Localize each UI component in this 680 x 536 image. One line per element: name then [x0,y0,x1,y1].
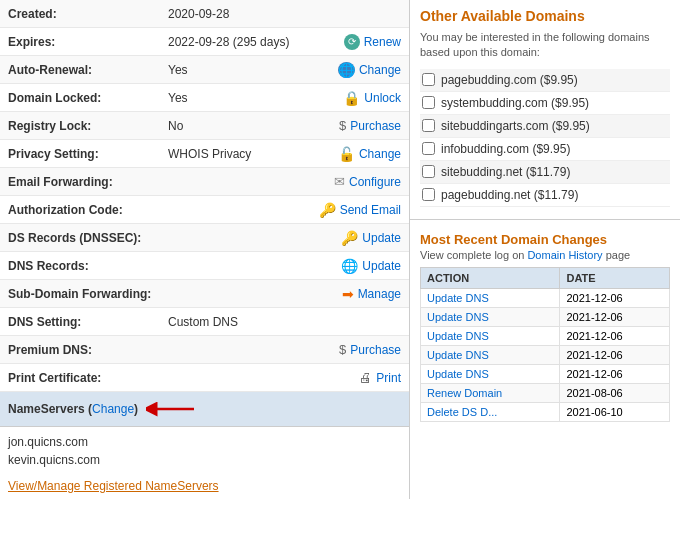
action-premium-purchase[interactable]: $ Purchase [339,342,401,357]
row-premium-dns: Premium DNS: $ Purchase [0,336,409,364]
action-send-email[interactable]: 🔑 Send Email [319,202,401,218]
change-action-link-4[interactable]: Update DNS [427,368,489,380]
send-email-link[interactable]: Send Email [340,203,401,217]
change-action-link-6[interactable]: Delete DS D... [427,406,497,418]
manage-link[interactable]: Manage [358,287,401,301]
label-created: Created: [8,7,168,21]
label-email-forwarding: Email Forwarding: [8,175,168,189]
other-domains-desc: You may be interested in the following d… [420,30,670,61]
arrow-right-icon: ➡ [342,286,354,302]
configure-link[interactable]: Configure [349,175,401,189]
action-print[interactable]: 🖨 Print [359,370,401,385]
nameserver-1: jon.quicns.com [8,433,401,451]
print-link[interactable]: Print [376,371,401,385]
change-action-link-1[interactable]: Update DNS [427,311,489,323]
lock-icon: 🔒 [343,90,360,106]
domain-checkbox-1[interactable] [422,73,435,86]
globe-icon-1: 🌐 [338,62,355,78]
change-date-6: 2021-06-10 [560,402,670,421]
key-orange-icon: 🔑 [319,202,336,218]
label-expires: Expires: [8,35,168,49]
action-unlock[interactable]: 🔒 Unlock [343,90,401,106]
change-action-link-0[interactable]: Update DNS [427,292,489,304]
label-privacy: Privacy Setting: [8,147,168,161]
action-manage[interactable]: ➡ Manage [342,286,401,302]
other-domains-section: Other Available Domains You may be inter… [410,0,680,215]
domain-checkbox-4[interactable] [422,142,435,155]
domain-history-link[interactable]: Domain History [527,249,602,261]
domain-checkbox-5[interactable] [422,165,435,178]
unlock-link[interactable]: Unlock [364,91,401,105]
domain-name-2: systembudding.com ($9.95) [441,96,589,110]
purchase-link-2[interactable]: Purchase [350,343,401,357]
red-arrow-icon [146,398,196,420]
change-action-link-2[interactable]: Update DNS [427,330,489,342]
label-subdomain: Sub-Domain Forwarding: [8,287,168,301]
change-action-6: Delete DS D... [421,402,560,421]
privacy-icon: 🔓 [338,146,355,162]
label-auth-code: Authorization Code: [8,203,168,217]
col-header-date: DATE [560,267,670,288]
update-link-1[interactable]: Update [362,231,401,245]
envelope-icon: ✉ [334,174,345,189]
row-subdomain: Sub-Domain Forwarding: ➡ Manage [0,280,409,308]
label-dns-records: DNS Records: [8,259,168,273]
table-row: Update DNS2021-12-06 [421,307,670,326]
action-privacy[interactable]: 🔓 Change [338,146,401,162]
row-print-cert: Print Certificate: 🖨 Print [0,364,409,392]
action-auto-renewal[interactable]: 🌐 Change [338,62,401,78]
update-link-2[interactable]: Update [362,259,401,273]
domain-list: pagebudding.com ($9.95) systembudding.co… [420,69,670,207]
key-green-icon: 🔑 [341,230,358,246]
label-premium-dns: Premium DNS: [8,343,168,357]
action-ds-update[interactable]: 🔑 Update [341,230,401,246]
row-ds-records: DS Records (DNSSEC): 🔑 Update [0,224,409,252]
globe-icon-2: 🌐 [341,258,358,274]
domain-checkbox-2[interactable] [422,96,435,109]
row-privacy: Privacy Setting: WHOIS Privacy 🔓 Change [0,140,409,168]
change-action-link-5[interactable]: Renew Domain [427,387,502,399]
action-renew[interactable]: ⟳ Renew [344,34,401,50]
change-action-2: Update DNS [421,326,560,345]
list-item: pagebudding.net ($11.79) [420,184,670,207]
col-header-action: ACTION [421,267,560,288]
domain-checkbox-3[interactable] [422,119,435,132]
nameservers-label: NameServers ( [8,402,92,416]
table-row: Renew Domain2021-08-06 [421,383,670,402]
renew-link[interactable]: Renew [364,35,401,49]
recent-changes-title: Most Recent Domain Changes [420,232,670,247]
recent-sub-end: page [603,249,631,261]
change-action-link-3[interactable]: Update DNS [427,349,489,361]
nameserver-2: kevin.quicns.com [8,451,401,469]
label-print-cert: Print Certificate: [8,371,168,385]
view-manage-nameservers-link[interactable]: View/Manage Registered NameServers [0,475,409,499]
table-row: Update DNS2021-12-06 [421,345,670,364]
domain-name-4: infobudding.com ($9.95) [441,142,570,156]
recent-changes-section: Most Recent Domain Changes View complete… [410,224,680,430]
change-action-1: Update DNS [421,307,560,326]
domain-checkbox-6[interactable] [422,188,435,201]
value-created: 2020-09-28 [168,7,229,21]
nameservers-change-link[interactable]: Change [92,402,134,416]
nameservers-body: jon.quicns.com kevin.quicns.com [0,427,409,475]
row-created: Created: 2020-09-28 [0,0,409,28]
row-dns-setting: DNS Setting: Custom DNS [0,308,409,336]
purchase-link-1[interactable]: Purchase [350,119,401,133]
left-panel: Created: 2020-09-28 Expires: 2022-09-28 … [0,0,410,499]
section-divider [410,219,680,220]
row-domain-locked: Domain Locked: Yes 🔒 Unlock [0,84,409,112]
dollar-icon-1: $ [339,118,346,133]
row-registry-lock: Registry Lock: No $ Purchase [0,112,409,140]
row-email-forwarding: Email Forwarding: ✉ Configure [0,168,409,196]
change-link-2[interactable]: Change [359,147,401,161]
renew-icon: ⟳ [344,34,360,50]
value-dns-setting: Custom DNS [168,315,238,329]
row-expires: Expires: 2022-09-28 (295 days) ⟳ Renew [0,28,409,56]
value-auto-renewal: Yes [168,63,188,77]
action-dns-update[interactable]: 🌐 Update [341,258,401,274]
change-link-1[interactable]: Change [359,63,401,77]
list-item: sitebudding.net ($11.79) [420,161,670,184]
action-registry-purchase[interactable]: $ Purchase [339,118,401,133]
action-configure[interactable]: ✉ Configure [334,174,401,189]
change-action-5: Renew Domain [421,383,560,402]
